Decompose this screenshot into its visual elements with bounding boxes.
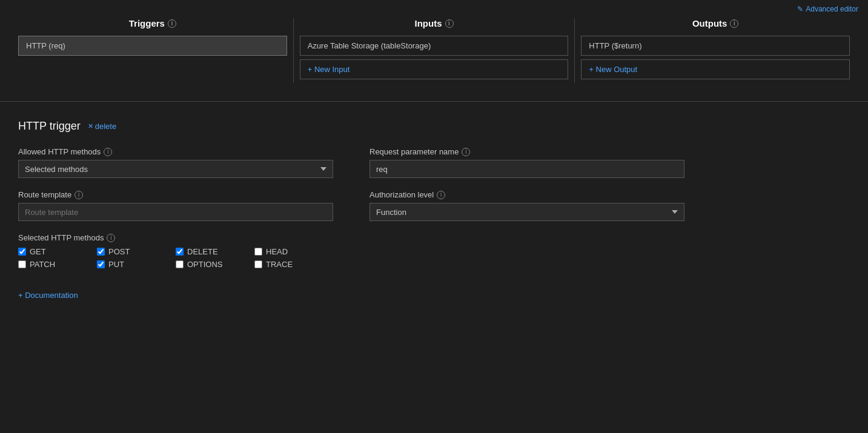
- method-post-row: POST: [97, 247, 176, 256]
- request-param-info-icon[interactable]: i: [462, 148, 470, 156]
- inputs-column: Inputs i Azure Table Storage (tableStora…: [294, 18, 575, 83]
- selected-methods-label: Selected HTTP methods i: [18, 233, 850, 242]
- documentation-label: + Documentation: [18, 291, 78, 300]
- methods-section: Selected HTTP methods i GET PATCH POST: [18, 233, 850, 273]
- method-delete-row: DELETE: [176, 247, 254, 256]
- methods-col-3: DELETE OPTIONS: [176, 247, 254, 273]
- authorization-level-info-icon[interactable]: i: [437, 191, 445, 199]
- new-output-button[interactable]: + New Output: [581, 59, 850, 79]
- detail-title-row: HTTP trigger delete: [18, 120, 850, 133]
- inputs-header: Inputs i: [300, 18, 569, 28]
- outputs-column: Outputs i HTTP ($return) + New Output: [575, 18, 856, 83]
- route-template-label: Route template i: [18, 190, 333, 199]
- output-item-http-return[interactable]: HTTP ($return): [581, 36, 850, 56]
- method-get-label: GET: [30, 247, 46, 256]
- method-trace-label: TRACE: [266, 260, 293, 269]
- method-put-label: PUT: [108, 260, 124, 269]
- delete-link[interactable]: delete: [88, 122, 116, 131]
- method-trace-checkbox[interactable]: [254, 260, 262, 268]
- allowed-methods-info-icon[interactable]: i: [104, 148, 112, 156]
- triggers-header: Triggers i: [18, 18, 287, 28]
- method-options-row: OPTIONS: [176, 260, 254, 269]
- method-put-checkbox[interactable]: [97, 260, 105, 268]
- methods-col-4: HEAD TRACE: [254, 247, 333, 273]
- method-options-label: OPTIONS: [187, 260, 223, 269]
- methods-checkboxes: GET PATCH POST PUT: [18, 247, 850, 273]
- method-options-checkbox[interactable]: [176, 260, 184, 268]
- methods-col-1: GET PATCH: [18, 247, 97, 273]
- allowed-methods-group: Allowed HTTP methods i All methods Selec…: [18, 147, 333, 178]
- method-trace-row: TRACE: [254, 260, 333, 269]
- method-post-checkbox[interactable]: [97, 248, 105, 256]
- methods-col-2: POST PUT: [97, 247, 176, 273]
- detail-section: HTTP trigger delete Allowed HTTP methods…: [0, 108, 868, 312]
- route-template-input[interactable]: [18, 203, 333, 221]
- route-template-info-icon[interactable]: i: [75, 191, 83, 199]
- advanced-editor-link[interactable]: ✎ Advanced editor: [797, 5, 858, 13]
- form-grid: Allowed HTTP methods i All methods Selec…: [18, 147, 684, 221]
- allowed-methods-select[interactable]: All methods Selected methods: [18, 160, 333, 178]
- method-delete-label: DELETE: [187, 247, 218, 256]
- section-divider: [0, 101, 868, 102]
- edit-icon: ✎: [797, 5, 803, 13]
- documentation-link[interactable]: + Documentation: [18, 291, 78, 300]
- detail-title: HTTP trigger: [18, 120, 81, 133]
- trigger-item-http-req[interactable]: HTTP (req): [18, 36, 287, 56]
- inputs-info-icon[interactable]: i: [445, 19, 454, 28]
- binding-columns: Triggers i HTTP (req) Inputs i Azure Tab…: [0, 18, 868, 95]
- authorization-level-group: Authorization level i Anonymous Function…: [369, 190, 684, 221]
- method-patch-label: PATCH: [30, 260, 55, 269]
- method-head-label: HEAD: [266, 247, 288, 256]
- top-bar: ✎ Advanced editor: [0, 0, 868, 18]
- allowed-methods-label: Allowed HTTP methods i: [18, 147, 333, 156]
- selected-methods-info-icon[interactable]: i: [107, 234, 115, 242]
- outputs-info-icon[interactable]: i: [730, 19, 738, 28]
- request-param-label: Request parameter name i: [369, 147, 684, 156]
- new-input-button[interactable]: + New Input: [300, 59, 569, 79]
- method-get-checkbox[interactable]: [18, 248, 26, 256]
- request-param-group: Request parameter name i req: [369, 147, 684, 178]
- triggers-info-icon[interactable]: i: [168, 19, 176, 28]
- method-delete-checkbox[interactable]: [176, 248, 184, 256]
- method-patch-checkbox[interactable]: [18, 260, 26, 268]
- route-template-group: Route template i: [18, 190, 333, 221]
- advanced-editor-label: Advanced editor: [806, 5, 858, 13]
- method-put-row: PUT: [97, 260, 176, 269]
- authorization-level-select[interactable]: Anonymous Function Admin: [369, 203, 684, 221]
- method-post-label: POST: [108, 247, 130, 256]
- method-head-row: HEAD: [254, 247, 333, 256]
- input-item-table-storage[interactable]: Azure Table Storage (tableStorage): [300, 36, 569, 56]
- triggers-column: Triggers i HTTP (req): [12, 18, 294, 83]
- authorization-level-label: Authorization level i: [369, 190, 684, 199]
- method-patch-row: PATCH: [18, 260, 97, 269]
- method-get-row: GET: [18, 247, 97, 256]
- request-param-input[interactable]: req: [369, 160, 684, 178]
- method-head-checkbox[interactable]: [254, 248, 262, 256]
- outputs-header: Outputs i: [581, 18, 850, 28]
